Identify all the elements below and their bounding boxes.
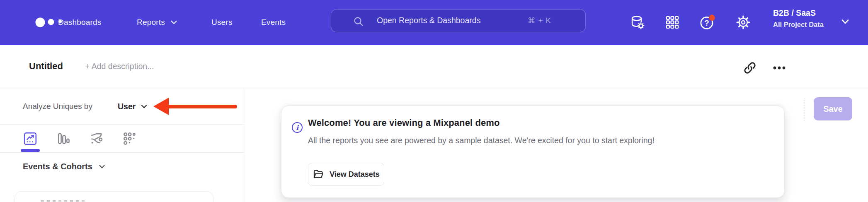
selected-tab-indicator: [21, 149, 40, 152]
annotation-arrow-shaft: [167, 105, 237, 108]
settings-gear-icon: [735, 14, 751, 30]
view-datasets-button[interactable]: View Datasets: [308, 163, 384, 186]
flows-icon: [89, 131, 104, 146]
more-options-button[interactable]: [771, 60, 788, 76]
link-icon: [743, 61, 757, 75]
search-icon: [353, 16, 364, 27]
clipped-text-hint: [41, 200, 86, 202]
nav-item-reports[interactable]: Reports: [137, 0, 177, 45]
chevron-down-icon[interactable]: [841, 19, 850, 25]
global-search[interactable]: Open Reports & Dashboards ⌘ + K: [331, 9, 586, 32]
bar-chart-icon: [56, 131, 71, 146]
data-management-icon: [630, 14, 645, 30]
search-placeholder: Open Reports & Dashboards: [377, 10, 480, 31]
chevron-down-icon: [141, 104, 147, 108]
save-button[interactable]: Save: [814, 97, 852, 120]
chevron-down-icon: [99, 164, 105, 169]
project-scope: All Project Data: [773, 19, 844, 30]
tab-flows[interactable]: [89, 131, 104, 147]
events-cohorts-label: Events & Cohorts: [23, 162, 92, 171]
report-title[interactable]: Untitled: [29, 45, 63, 88]
annotation-arrow-head: [153, 98, 169, 115]
metric-card-truncated[interactable]: [15, 191, 213, 202]
welcome-banner-body: All the reports you see are powered by a…: [308, 136, 655, 145]
help-icon: ?: [699, 13, 716, 31]
help-button[interactable]: ?: [699, 14, 716, 31]
view-datasets-label: View Datasets: [330, 170, 380, 179]
nav-item-dashboards[interactable]: Dashboards: [58, 0, 101, 45]
settings-button[interactable]: [735, 14, 752, 31]
more-options-icon: [771, 60, 788, 76]
nav-item-events[interactable]: Events: [261, 0, 286, 45]
nav-item-label: Reports: [137, 18, 165, 27]
apps-grid-icon: [665, 15, 680, 30]
report-description-placeholder[interactable]: + Add description...: [85, 45, 154, 88]
nav-item-label: Users: [211, 18, 233, 27]
welcome-banner: i Welcome! You are viewing a Mixpanel de…: [281, 106, 785, 198]
analyze-uniques-value: User: [118, 102, 136, 111]
analyze-uniques-selector[interactable]: User: [118, 88, 147, 125]
copy-link-button[interactable]: [742, 60, 758, 76]
insights-line-chart-icon: [23, 131, 38, 146]
report-header-bar: Untitled + Add description... Save: [0, 45, 868, 88]
top-navigation-bar: Dashboards Reports Users Events Open Rep…: [0, 0, 868, 45]
search-shortcut-hint: ⌘ + K: [528, 10, 551, 31]
nav-item-label: Events: [261, 18, 286, 27]
events-cohorts-toggle[interactable]: Events & Cohorts: [23, 162, 105, 171]
welcome-banner-title: Welcome! You are viewing a Mixpanel demo: [308, 118, 499, 128]
tab-retention-grid[interactable]: [122, 131, 138, 147]
analyze-uniques-label: Analyze Uniques by: [23, 88, 92, 125]
project-switcher[interactable]: B2B / SaaS All Project Data: [773, 7, 844, 30]
header-divider: [804, 99, 805, 121]
data-management-button[interactable]: [629, 14, 646, 31]
retention-grid-icon: [122, 131, 137, 146]
info-icon: i: [292, 122, 303, 133]
chevron-down-icon: [170, 20, 177, 25]
apps-grid-button[interactable]: [664, 14, 681, 31]
notification-dot: [709, 15, 715, 21]
project-name: B2B / SaaS: [773, 7, 844, 19]
nav-item-label: Dashboards: [58, 18, 101, 27]
folder-open-icon: [313, 168, 324, 180]
tab-bar-chart[interactable]: [56, 131, 71, 147]
svg-text:?: ?: [704, 19, 709, 27]
nav-item-users[interactable]: Users: [211, 0, 233, 45]
chart-type-tabs: [0, 125, 244, 153]
tab-insights-line-chart[interactable]: [22, 131, 38, 147]
